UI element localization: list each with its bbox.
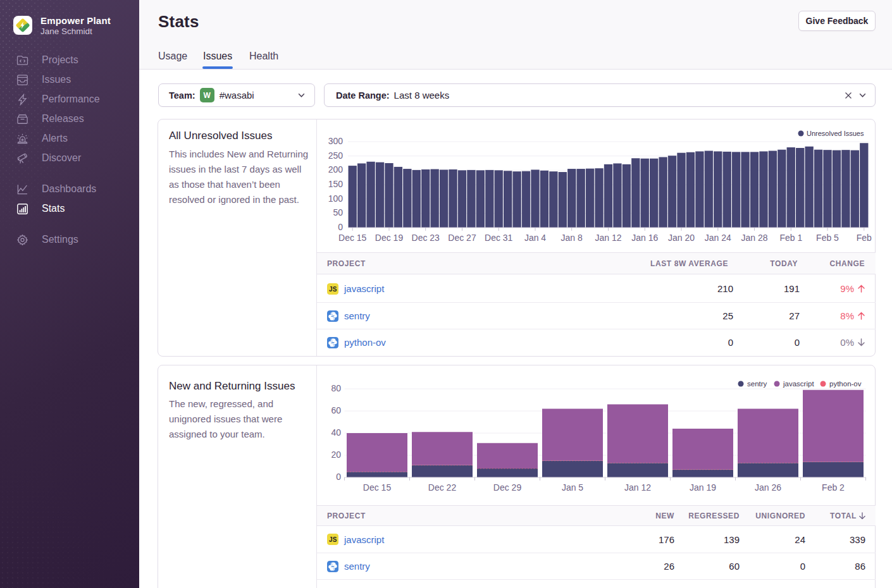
svg-text:40: 40 [331, 427, 341, 438]
svg-text:250: 250 [328, 150, 344, 161]
svg-text:150: 150 [328, 179, 344, 189]
svg-text:80: 80 [331, 383, 341, 393]
svg-text:javascript: javascript [783, 380, 814, 388]
svg-text:Feb 1: Feb 1 [779, 233, 802, 243]
svg-text:Dec 23: Dec 23 [412, 233, 440, 243]
svg-text:Jan 28: Jan 28 [741, 233, 767, 243]
svg-text:60: 60 [331, 405, 341, 415]
svg-text:0: 0 [338, 222, 343, 232]
svg-text:Jan 4: Jan 4 [524, 233, 546, 243]
svg-text:Unresolved Issues: Unresolved Issues [807, 130, 864, 137]
svg-text:200: 200 [328, 164, 344, 175]
svg-text:Jan 26: Jan 26 [755, 482, 781, 493]
svg-text:100: 100 [328, 193, 344, 204]
svg-text:0: 0 [336, 472, 341, 482]
svg-text:Jan 20: Jan 20 [668, 233, 695, 243]
svg-text:Dec 15: Dec 15 [338, 233, 367, 243]
svg-text:Jan 12: Jan 12 [595, 233, 621, 243]
svg-text:JS: JS [329, 536, 337, 543]
svg-text:Jan 16: Jan 16 [631, 233, 658, 243]
svg-text:Feb 5: Feb 5 [816, 233, 839, 243]
svg-text:Dec 15: Dec 15 [363, 482, 392, 493]
svg-text:Dec 27: Dec 27 [448, 233, 476, 243]
svg-text:Jan 12: Jan 12 [624, 482, 651, 493]
svg-text:20: 20 [331, 450, 341, 460]
svg-text:Dec 22: Dec 22 [428, 482, 457, 493]
svg-text:300: 300 [328, 136, 344, 146]
svg-text:Dec 29: Dec 29 [493, 482, 522, 493]
svg-text:Dec 19: Dec 19 [375, 233, 404, 243]
svg-text:Jan 5: Jan 5 [562, 482, 583, 493]
svg-text:Jan 8: Jan 8 [561, 233, 583, 243]
svg-text:JS: JS [329, 286, 337, 293]
svg-text:50: 50 [333, 207, 343, 217]
svg-text:Jan 19: Jan 19 [690, 482, 716, 493]
svg-text:Jan 24: Jan 24 [705, 233, 731, 243]
svg-text:sentry: sentry [747, 380, 767, 388]
svg-text:Feb: Feb [857, 233, 872, 243]
svg-text:Feb 2: Feb 2 [822, 482, 845, 493]
svg-text:Dec 31: Dec 31 [485, 233, 513, 243]
svg-text:python-ov: python-ov [829, 380, 862, 388]
